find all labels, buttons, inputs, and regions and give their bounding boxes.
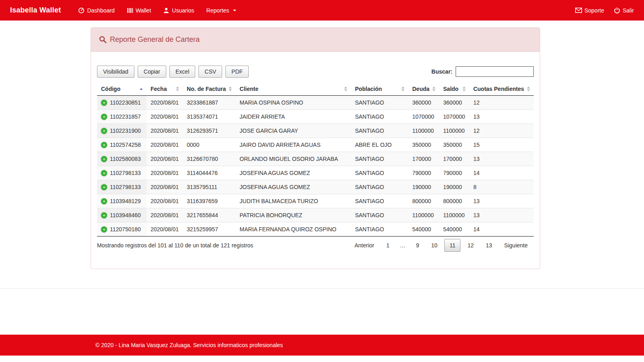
column-header-factura[interactable]: No. de Factura xyxy=(183,82,235,96)
nav-item-soporte[interactable]: Soporte xyxy=(570,0,609,21)
cell-fecha: 2020/08/01 xyxy=(147,96,183,110)
expand-row-icon[interactable] xyxy=(101,128,107,134)
cell-cuotas: 12 xyxy=(469,96,534,110)
copyright-text: © 2020 - Lina Maria Vasquez Zuluaga. Ser… xyxy=(95,342,283,348)
column-header-codigo[interactable]: Código xyxy=(97,82,147,96)
pagination-item[interactable]: 11 xyxy=(444,239,461,252)
table-row: 1103948460 2020/08/01 3217655844 PATRICI… xyxy=(97,208,534,222)
expand-row-icon[interactable] xyxy=(101,142,107,148)
pagination-item[interactable]: 10 xyxy=(426,239,443,252)
cell-fecha: 2020/08/01 xyxy=(147,110,183,124)
nav-item-wallet[interactable]: Wallet xyxy=(121,0,157,21)
cell-saldo: 1070000 xyxy=(439,110,469,124)
nav-item-salir[interactable]: Salir xyxy=(609,0,634,21)
cell-saldo: 1100000 xyxy=(439,208,469,222)
panel-heading: Reporte General de Cartera xyxy=(91,28,540,52)
cell-fecha: 2020/08/01 xyxy=(147,152,183,166)
column-header-cliente[interactable]: Cliente xyxy=(235,82,351,96)
export-button[interactable]: CSV xyxy=(198,66,222,78)
pagination-item[interactable]: 12 xyxy=(462,239,479,252)
search-box: Buscar: xyxy=(431,66,534,77)
cell-fecha: 2020/08/01 xyxy=(147,180,183,194)
pagination-item[interactable]: Anterior xyxy=(349,239,380,252)
cell-cuotas: 13 xyxy=(469,152,534,166)
divider xyxy=(0,288,644,289)
expand-row-icon[interactable] xyxy=(101,100,107,106)
table-row: 1102580083 2020/08/01 3126670780 ORLANDO… xyxy=(97,152,534,166)
cell-codigo: 1102231857 xyxy=(97,110,147,124)
column-header-fecha[interactable]: Fecha xyxy=(147,82,183,96)
search-input[interactable] xyxy=(456,66,534,77)
sort-icon xyxy=(462,86,466,91)
cell-factura: 3233861887 xyxy=(183,96,235,110)
nav-item-label: Soporte xyxy=(584,7,604,14)
pagination-item[interactable]: 9 xyxy=(411,239,425,252)
caret-down-icon xyxy=(233,10,236,11)
cell-codigo: 1103948460 xyxy=(97,208,147,222)
brand[interactable]: Isabella Wallet xyxy=(10,6,61,14)
export-button[interactable]: Excel xyxy=(169,66,195,78)
cell-poblacion: SANTIAGO xyxy=(351,222,408,237)
cell-cuotas: 8 xyxy=(469,180,534,194)
cell-codigo: 1120750180 xyxy=(97,222,147,237)
cell-deuda: 170000 xyxy=(408,152,439,166)
cell-cliente: MARIA FERNANDA QUIROZ OSPINO xyxy=(235,222,351,237)
table-row: 1120750180 2020/08/01 3215259957 MARIA F… xyxy=(97,222,534,237)
column-header-poblacion[interactable]: Población xyxy=(351,82,408,96)
nav-item-label: Dashboard xyxy=(87,7,115,14)
expand-row-icon[interactable] xyxy=(101,114,107,120)
expand-row-icon[interactable] xyxy=(101,198,107,204)
table-row: 1102230851 2020/08/01 3233861887 MARIA O… xyxy=(97,96,534,110)
sort-icon xyxy=(229,86,232,91)
user-icon xyxy=(163,7,169,14)
cell-saldo: 800000 xyxy=(439,194,469,208)
expand-row-icon[interactable] xyxy=(101,212,107,218)
cell-cuotas: 13 xyxy=(469,194,534,208)
cell-deuda: 350000 xyxy=(408,138,439,152)
pagination-item[interactable]: 1 xyxy=(381,239,395,252)
expand-row-icon[interactable] xyxy=(101,156,107,162)
cell-cuotas: 13 xyxy=(469,110,534,124)
cell-factura: 3126670780 xyxy=(183,152,235,166)
column-header-deuda[interactable]: Deuda xyxy=(408,82,439,96)
export-button[interactable]: Visibilidad xyxy=(97,66,134,78)
pagination-item[interactable]: 13 xyxy=(481,239,497,252)
cell-saldo: 170000 xyxy=(439,152,469,166)
nav-item-label: Salir xyxy=(623,7,634,14)
cell-deuda: 360000 xyxy=(408,96,439,110)
column-header-saldo[interactable]: Saldo xyxy=(439,82,469,96)
cell-factura: 3116397659 xyxy=(183,194,235,208)
pagination-item[interactable]: Siguiente xyxy=(499,239,533,252)
export-button[interactable]: Copiar xyxy=(138,66,166,78)
sort-icon xyxy=(344,86,347,91)
cell-poblacion: ABRE EL OJO xyxy=(351,138,408,152)
sort-icon xyxy=(432,86,436,91)
nav-item-reportes[interactable]: Reportes xyxy=(200,0,243,21)
cell-codigo: 1102230851 xyxy=(97,96,147,110)
expand-row-icon[interactable] xyxy=(101,170,107,176)
cell-cliente: JOSEFINA AGUAS GOMEZ xyxy=(235,166,351,180)
cell-saldo: 360000 xyxy=(439,96,469,110)
panel-body: Visibilidad Copiar Excel CSV PDF Buscar: xyxy=(91,52,540,269)
cell-cliente: JOSEFINA AGUAS GOMEZ xyxy=(235,180,351,194)
cell-poblacion: SANTIAGO xyxy=(351,124,408,138)
cell-poblacion: SANTIAGO xyxy=(351,152,408,166)
cell-codigo: 1102798133 xyxy=(97,166,147,180)
cell-fecha: 2020/08/01 xyxy=(147,124,183,138)
sort-icon xyxy=(176,86,179,91)
column-header-cuotas[interactable]: Cuotas Pendientes xyxy=(469,82,534,96)
cell-saldo: 540000 xyxy=(439,222,469,237)
table-row: 1102231857 2020/08/01 3135374071 JAIDER … xyxy=(97,110,534,124)
cell-deuda: 1070000 xyxy=(408,110,439,124)
export-button[interactable]: PDF xyxy=(225,66,249,78)
cell-deuda: 540000 xyxy=(408,222,439,237)
nav-item-usuarios[interactable]: Reportes Usuarios xyxy=(157,0,200,21)
cell-deuda: 1100000 xyxy=(408,208,439,222)
expand-row-icon[interactable] xyxy=(101,184,107,190)
cell-factura: 3135795111 xyxy=(183,180,235,194)
sort-icon xyxy=(527,86,530,91)
expand-row-icon[interactable] xyxy=(101,226,107,232)
nav-item-dashboard[interactable]: Dashboard xyxy=(72,0,121,21)
cell-poblacion: SANTIAGO xyxy=(351,180,408,194)
cell-factura: 3126293571 xyxy=(183,124,235,138)
